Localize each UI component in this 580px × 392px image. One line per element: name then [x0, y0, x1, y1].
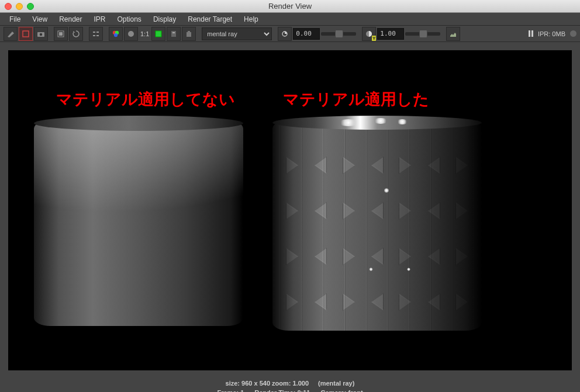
svg-rect-8 [96, 35, 99, 36]
annotation-right: マテリアル適用した [283, 89, 429, 110]
save-image-icon[interactable] [446, 27, 460, 41]
exposure-slider[interactable] [321, 32, 356, 36]
render-region-icon[interactable] [19, 27, 33, 41]
menu-display[interactable]: Display [147, 13, 182, 25]
remove-image-icon[interactable] [182, 27, 196, 41]
svg-point-12 [128, 31, 134, 37]
menu-bar: File View Render IPR Options Display Ren… [0, 13, 580, 26]
render-object-plain-cylinder [34, 116, 243, 326]
render-viewport[interactable]: マテリアル適用してない マテリアル適用した [8, 50, 572, 370]
menu-ipr[interactable]: IPR [88, 13, 112, 25]
menu-render[interactable]: Render [53, 13, 88, 25]
status-bar-line1: size: 960 x 540 zoom: 1.000 (mental ray) [0, 379, 580, 388]
exposure-value[interactable]: 0.00 [293, 28, 320, 40]
svg-rect-14 [171, 31, 176, 37]
alpha-channel-icon[interactable] [124, 27, 138, 41]
gamma-icon[interactable]: Y [362, 27, 376, 41]
snapshot-icon[interactable] [34, 27, 48, 41]
svg-rect-13 [156, 31, 161, 37]
render-object-displaced-cylinder [272, 116, 482, 331]
status-bar-line2: Frame: 1 Render Time: 0:11 Camera: front [0, 388, 580, 392]
svg-point-2 [40, 33, 42, 35]
real-size-icon[interactable] [151, 27, 165, 41]
svg-rect-7 [93, 35, 95, 36]
close-window-button[interactable] [5, 3, 12, 10]
refresh-icon[interactable] [69, 27, 83, 41]
menu-view[interactable]: View [26, 13, 53, 25]
menu-help[interactable]: Help [238, 13, 264, 25]
ipr-status-dot [570, 30, 576, 37]
svg-rect-4 [59, 32, 63, 36]
status-camera: Camera: front [320, 389, 362, 393]
menu-render-target[interactable]: Render Target [182, 13, 238, 25]
ipr-status-label: IPR: 0MB [538, 30, 565, 37]
svg-point-11 [114, 33, 118, 36]
svg-rect-15 [172, 32, 175, 33]
minimize-window-button[interactable] [16, 3, 23, 10]
gamma-value[interactable]: 1.00 [377, 28, 404, 40]
svg-rect-6 [96, 32, 99, 33]
redo-render-icon[interactable] [4, 27, 18, 41]
zoom-ratio-label[interactable]: 1:1 [139, 30, 150, 37]
svg-rect-0 [23, 31, 29, 37]
maximize-window-button[interactable] [27, 3, 34, 10]
ipr-render-icon[interactable] [54, 27, 68, 41]
svg-rect-5 [93, 32, 95, 33]
status-renderer: (mental ray) [318, 380, 354, 387]
status-time: Render Time: 0:11 [254, 389, 310, 393]
menu-file[interactable]: File [4, 13, 26, 25]
status-size: size: 960 x 540 zoom: 1.000 [226, 380, 309, 387]
exposure-icon[interactable] [278, 27, 292, 41]
toolbar: 1:1 mental ray 0.00 Y 1.00 IPR: 0MB [0, 26, 580, 42]
window-title: Render View [0, 2, 580, 11]
rgb-channels-icon[interactable] [109, 27, 123, 41]
annotation-left: マテリアル適用してない [56, 89, 235, 110]
window-titlebar: Render View [0, 0, 580, 13]
ipr-pause-icon[interactable] [529, 30, 533, 37]
render-settings-icon[interactable] [89, 27, 103, 41]
status-frame: Frame: 1 [217, 389, 244, 393]
keep-image-icon[interactable] [167, 27, 181, 41]
renderer-select[interactable]: mental ray [202, 27, 272, 40]
menu-options[interactable]: Options [112, 13, 147, 25]
gamma-slider[interactable] [405, 32, 440, 36]
